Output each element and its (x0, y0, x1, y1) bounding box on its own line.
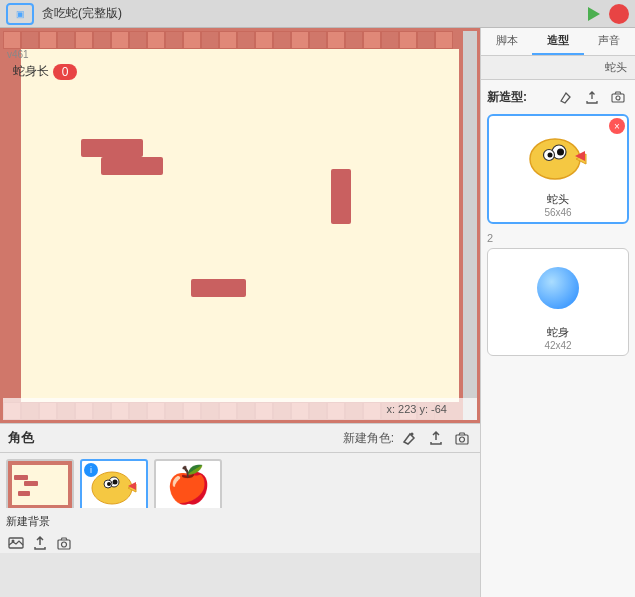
obstacle-3 (331, 169, 351, 224)
costume-size-2: 42x42 (544, 340, 571, 351)
app-container: ▣ 贪吃蛇(完整版) v461 蛇身长 0 (0, 0, 635, 597)
costume-header: 新造型: (487, 86, 629, 108)
svg-rect-2 (456, 435, 468, 444)
costume-number-2: 2 (487, 232, 629, 244)
costume-area: 新造型: × (481, 80, 635, 597)
costume-item-1-inner: 蛇头 56x46 (493, 120, 623, 218)
costume-name-2: 蛇身 (547, 325, 569, 340)
costume-preview-1 (513, 120, 603, 190)
costume-item-1[interactable]: × (487, 114, 629, 224)
stage-thumb-preview (6, 459, 74, 508)
stage-border-top (3, 31, 477, 49)
stop-button[interactable] (609, 4, 629, 24)
sprite-panel: 角色 新建角色: (0, 423, 480, 553)
obstacle-4 (191, 279, 246, 297)
stage-area: v461 蛇身长 0 (0, 28, 480, 423)
svg-marker-0 (588, 7, 600, 21)
svg-point-4 (92, 472, 132, 504)
score-bar: 蛇身长 0 (13, 63, 77, 80)
costume-close-1[interactable]: × (609, 118, 625, 134)
svg-point-3 (460, 437, 465, 442)
camera-sprite-button[interactable] (452, 428, 472, 448)
stage-thumbnail[interactable]: 舞台 4 背景 (6, 459, 74, 508)
tab-costume[interactable]: 造型 (532, 28, 583, 55)
info-badge-snake-head[interactable]: i (84, 463, 98, 477)
costume-new-label: 新造型: (487, 89, 527, 106)
sprite-preview-apple: 🍎 (154, 459, 222, 508)
main-content: v461 蛇身长 0 (0, 28, 635, 597)
svg-point-22 (548, 153, 553, 158)
paint-sprite-button[interactable] (400, 428, 420, 448)
costume-name-1: 蛇头 (547, 192, 569, 207)
svg-point-17 (530, 139, 580, 179)
svg-point-12 (12, 540, 15, 543)
sprite-list: 舞台 4 背景 i (0, 453, 480, 508)
obstacle-1 (81, 139, 143, 157)
costume-preview-snake-head (523, 127, 593, 183)
new-sprite-label: 新建角色: (343, 430, 394, 447)
stage-border-left (3, 49, 21, 402)
costume-item-2[interactable]: 蛇身 42x42 (487, 248, 629, 356)
stage-coordinates: x: 223 y: -64 (3, 398, 477, 420)
sprite-panel-title: 角色 (8, 429, 34, 447)
new-background-area: 新建背景 (0, 508, 480, 553)
apple-sprite-icon: 🍎 (166, 467, 211, 503)
svg-rect-13 (58, 540, 70, 549)
scratch-logo: ▣ (6, 3, 34, 25)
right-panel: 脚本 造型 声音 蛇头 新造型: (480, 28, 635, 597)
svg-point-14 (62, 542, 67, 547)
new-bg-upload-button[interactable] (30, 533, 50, 553)
top-bar: ▣ 贪吃蛇(完整版) (0, 0, 635, 28)
tab-script[interactable]: 脚本 (481, 28, 532, 55)
obstacle-2 (101, 157, 163, 175)
costume-paint-button[interactable] (555, 86, 577, 108)
new-bg-image-button[interactable] (6, 533, 26, 553)
svg-point-21 (557, 149, 564, 156)
sprite-preview-snake-head: i (80, 459, 148, 508)
sprite-panel-header: 角色 新建角色: (0, 424, 480, 453)
upload-sprite-button[interactable] (426, 428, 446, 448)
score-label: 蛇身长 (13, 63, 49, 80)
app-title: 贪吃蛇(完整版) (42, 5, 122, 22)
costume-item-2-inner: 蛇身 42x42 (492, 253, 624, 351)
svg-point-16 (616, 96, 620, 100)
svg-point-8 (113, 480, 118, 485)
version-label: v461 (7, 49, 29, 60)
new-bg-camera-button[interactable] (54, 533, 74, 553)
left-panel: v461 蛇身长 0 (0, 28, 480, 597)
snake-body-sprite (537, 267, 579, 309)
green-flag-button[interactable] (583, 4, 603, 24)
svg-point-1 (411, 433, 414, 436)
costume-tools (555, 86, 629, 108)
score-value: 0 (53, 64, 77, 80)
tab-sound[interactable]: 声音 (584, 28, 635, 55)
sprite-item-snake-head[interactable]: i (80, 459, 148, 508)
stage-scrollbar[interactable] (463, 31, 477, 420)
costume-size-1: 56x46 (544, 207, 571, 218)
sprite-item-apple[interactable]: 🍎 Apple (154, 459, 222, 508)
svg-point-9 (107, 482, 111, 486)
new-bg-label: 新建背景 (6, 514, 50, 529)
selected-costume-name-bar: 蛇头 (481, 56, 635, 80)
costume-upload-button[interactable] (581, 86, 603, 108)
right-tabs: 脚本 造型 声音 (481, 28, 635, 56)
svg-rect-15 (612, 94, 624, 102)
costume-preview-2 (513, 253, 603, 323)
costume-camera-button[interactable] (607, 86, 629, 108)
sprite-actions: 新建角色: (343, 428, 472, 448)
new-bg-icons (6, 533, 74, 553)
stage-inner (21, 49, 459, 402)
